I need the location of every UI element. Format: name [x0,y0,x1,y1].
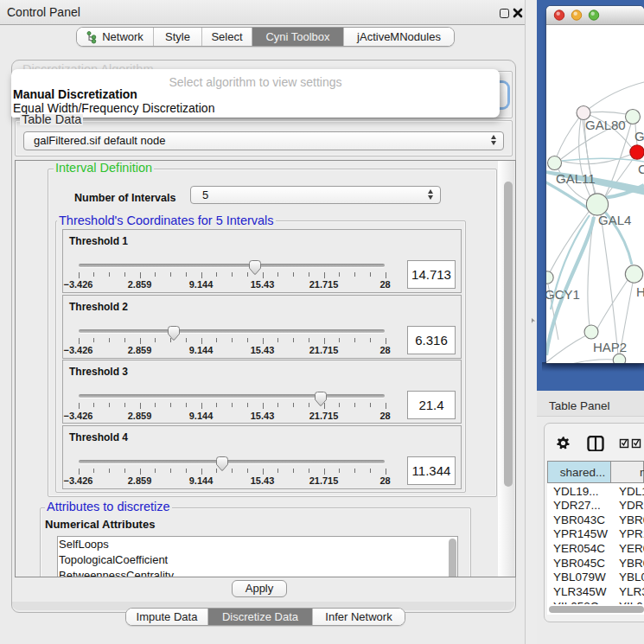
svg-text:GAL11: GAL11 [556,171,596,186]
svg-text:GAL80: GAL80 [585,118,626,132]
svg-text:C: C [638,162,644,176]
svg-text:GAL4: GAL4 [598,213,631,227]
svg-text:H: H [636,284,644,299]
svg-text:GA: GA [634,129,644,143]
svg-text:HAP2: HAP2 [593,340,627,354]
svg-text:GCY1: GCY1 [546,287,580,302]
